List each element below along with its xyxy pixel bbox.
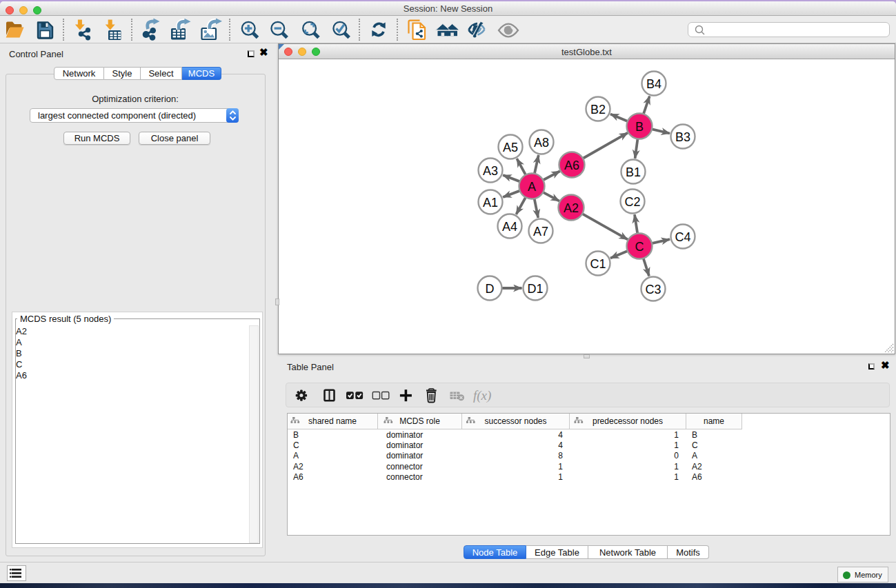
svg-text:A5: A5 — [503, 141, 518, 154]
svg-text:B1: B1 — [626, 165, 641, 179]
svg-text:A4: A4 — [502, 220, 517, 234]
svg-text:C4: C4 — [675, 230, 690, 244]
svg-text:D1: D1 — [527, 282, 543, 296]
svg-text:f(x): f(x) — [473, 388, 491, 403]
svg-text:A2: A2 — [564, 201, 579, 215]
svg-text:D: D — [486, 282, 495, 296]
svg-text:B2: B2 — [590, 103, 606, 116]
svg-text:B3: B3 — [675, 130, 690, 144]
svg-text:C2: C2 — [624, 195, 640, 209]
svg-text:A: A — [528, 180, 536, 194]
svg-text:C1: C1 — [590, 257, 606, 271]
svg-text:A7: A7 — [533, 225, 548, 239]
svg-text:A6: A6 — [564, 159, 579, 172]
svg-text:B4: B4 — [646, 77, 661, 91]
svg-text:C: C — [635, 240, 644, 254]
svg-text:C3: C3 — [645, 283, 661, 296]
svg-text:B: B — [635, 120, 644, 134]
svg-text:A1: A1 — [483, 196, 498, 210]
svg-text:A3: A3 — [483, 164, 498, 178]
svg-text:A8: A8 — [534, 136, 549, 150]
